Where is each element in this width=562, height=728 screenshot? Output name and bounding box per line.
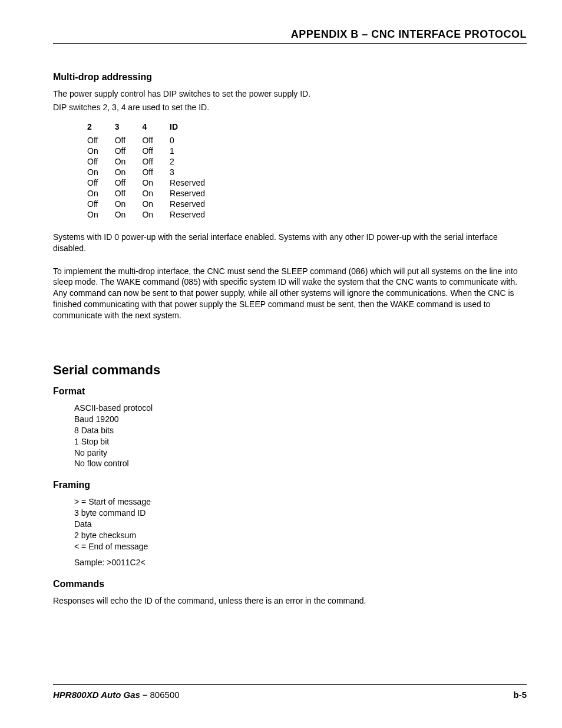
table-cell: On	[87, 209, 115, 220]
list-item: 8 Data bits	[74, 425, 527, 436]
list-item: < = End of message	[74, 541, 527, 552]
table-cell: On	[87, 146, 115, 156]
table-cell: Off	[142, 156, 170, 167]
table-cell: Off	[115, 135, 143, 146]
footer-docnum: 806500	[150, 690, 180, 700]
list-item: Data	[74, 519, 527, 530]
table-cell: On	[142, 177, 170, 188]
footer-page-number: b-5	[514, 690, 527, 700]
table-cell: Off	[142, 146, 170, 156]
table-cell: Off	[87, 135, 115, 146]
heading-multidrop: Multi-drop addressing	[53, 72, 527, 83]
format-list: ASCII-based protocolBaud 192008 Data bit…	[74, 403, 527, 469]
table-row: OnOnOff3	[87, 167, 222, 177]
table-cell: Off	[115, 146, 143, 156]
table-cell: Off	[87, 199, 115, 209]
table-cell: On	[87, 188, 115, 199]
table-cell: 1	[170, 146, 222, 156]
table-cell: On	[115, 167, 143, 177]
multidrop-intro-1: The power supply control has DIP switche…	[53, 88, 527, 100]
list-item: ASCII-based protocol	[74, 403, 527, 414]
footer-product: HPR800XD Auto Gas	[53, 690, 140, 700]
dip-header-id: ID	[170, 121, 222, 135]
table-row: OnOffOff1	[87, 146, 222, 156]
dip-switch-table: 2 3 4 ID OffOffOff0OnOffOff1OffOnOff2OnO…	[87, 121, 222, 220]
footer-separator: –	[140, 690, 150, 700]
commands-text: Responses will echo the ID of the comman…	[53, 595, 527, 607]
table-cell: 3	[170, 167, 222, 177]
table-cell: 2	[170, 156, 222, 167]
dip-header-2: 2	[87, 121, 115, 135]
table-cell: On	[115, 156, 143, 167]
list-item: 3 byte command ID	[74, 508, 527, 519]
table-cell: 0	[170, 135, 222, 146]
table-row: OffOffOff0	[87, 135, 222, 146]
list-item: Baud 19200	[74, 414, 527, 425]
dip-header-4: 4	[142, 121, 170, 135]
table-cell: On	[87, 167, 115, 177]
multidrop-para-1: Systems with ID 0 power-up with the seri…	[53, 232, 527, 254]
heading-framing: Framing	[53, 480, 527, 490]
table-cell: Reserved	[170, 199, 222, 209]
page: APPENDIX B – CNC INTERFACE PROTOCOL Mult…	[0, 0, 562, 728]
table-row: OffOnOnReserved	[87, 199, 222, 209]
table-cell: On	[115, 209, 143, 220]
table-cell: Off	[115, 188, 143, 199]
list-item: > = Start of message	[74, 496, 527, 508]
table-cell: Off	[142, 167, 170, 177]
table-row: OnOnOnReserved	[87, 209, 222, 220]
heading-format: Format	[53, 386, 527, 397]
heading-serial-commands: Serial commands	[53, 363, 527, 378]
list-item: 2 byte checksum	[74, 530, 527, 541]
framing-list: > = Start of message3 byte command IDDat…	[74, 496, 527, 568]
list-item: No flow control	[74, 458, 527, 469]
heading-commands: Commands	[53, 579, 527, 589]
list-item: 1 Stop bit	[74, 436, 527, 447]
table-cell: On	[115, 199, 143, 209]
table-row: OffOffOnReserved	[87, 177, 222, 188]
multidrop-para-2: To implement the multi-drop interface, t…	[53, 266, 527, 321]
page-footer: HPR800XD Auto Gas – 806500 b-5	[53, 684, 527, 700]
framing-sample: Sample: >0011C2<	[74, 557, 527, 568]
table-cell: Off	[87, 177, 115, 188]
table-cell: Off	[142, 135, 170, 146]
table-cell: Reserved	[170, 209, 222, 220]
dip-header-3: 3	[115, 121, 143, 135]
table-cell: On	[142, 209, 170, 220]
table-cell: Off	[115, 177, 143, 188]
table-cell: Reserved	[170, 188, 222, 199]
multidrop-intro-2: DIP switches 2, 3, 4 are used to set the…	[53, 102, 527, 113]
table-row: OnOffOnReserved	[87, 188, 222, 199]
table-cell: Reserved	[170, 177, 222, 188]
table-cell: Off	[87, 156, 115, 167]
table-cell: On	[142, 188, 170, 199]
table-cell: On	[142, 199, 170, 209]
appendix-title: APPENDIX B – CNC INTERFACE PROTOCOL	[53, 28, 527, 44]
list-item: No parity	[74, 447, 527, 459]
table-row: OffOnOff2	[87, 156, 222, 167]
footer-left: HPR800XD Auto Gas – 806500	[53, 690, 180, 700]
